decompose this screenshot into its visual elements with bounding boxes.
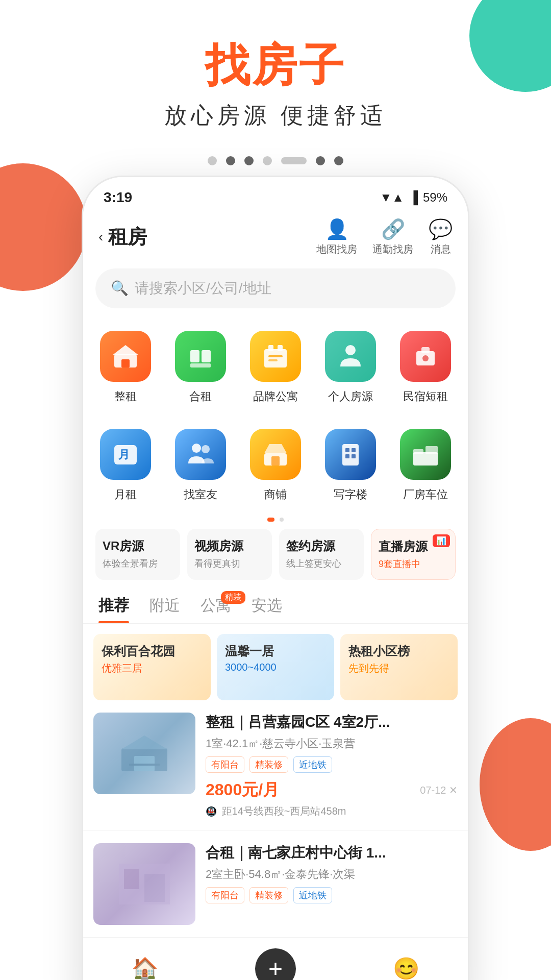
tab-recommend-label: 推荐: [98, 597, 129, 614]
svg-rect-2: [121, 359, 130, 368]
category-icon-shangpu: [250, 429, 301, 480]
svg-rect-6: [264, 349, 287, 368]
category-label-xiezi: 写字楼: [334, 487, 367, 502]
category-geren[interactable]: 个人房源: [313, 324, 388, 411]
bottom-tab-rent[interactable]: 🏠 租房: [132, 956, 158, 980]
dot-3[interactable]: [244, 156, 254, 165]
svg-marker-1: [112, 345, 139, 355]
svg-rect-25: [352, 454, 356, 458]
message-button[interactable]: 💬 消息: [429, 218, 453, 256]
add-button[interactable]: +: [255, 948, 296, 980]
listing-distance-1: 🚇 距14号线西段~西局站458m: [206, 804, 458, 818]
listing-title-2: 合租｜南七家庄村中心街 1...: [206, 843, 458, 863]
svg-rect-22: [345, 448, 349, 452]
listing-title-1: 整租｜吕营嘉园C区 4室2厅...: [206, 713, 458, 732]
promo-sub-2: 3000~4000: [217, 662, 334, 673]
tag-jingzhuang-1: 精装修: [249, 756, 288, 773]
promo-card-2[interactable]: 温馨一居 3000~4000: [217, 634, 334, 700]
promo-card-1[interactable]: 保利百合花园 优雅三居: [93, 634, 211, 700]
category-pinpai[interactable]: 品牌公寓: [238, 324, 313, 411]
listing-tags-1: 有阳台 精装修 近地铁: [206, 756, 458, 773]
page-subtitle: 放心房源 便捷舒适: [0, 101, 551, 131]
map-search-button[interactable]: 👤 地图找房: [316, 218, 357, 256]
dot-1[interactable]: [208, 156, 217, 165]
feature-card-vr[interactable]: VR房源 体验全景看房: [95, 529, 180, 580]
svg-rect-28: [425, 446, 438, 454]
category-zhengzu[interactable]: 整租: [88, 324, 163, 411]
tab-selected-label: 安选: [252, 597, 282, 614]
commute-label: 通勤找房: [372, 242, 413, 256]
subway-icon-1: 🚇: [206, 806, 217, 817]
category-label-pinpai: 品牌公寓: [253, 389, 298, 404]
message-icon: 💬: [429, 218, 453, 240]
dot-5[interactable]: [316, 156, 325, 165]
promo-card-3[interactable]: 热租小区榜 先到先得: [340, 634, 458, 700]
category-yuzu[interactable]: 月 月租: [88, 422, 163, 509]
category-xiezi[interactable]: 写字楼: [313, 422, 388, 509]
svg-rect-35: [144, 874, 165, 902]
svg-text:月: 月: [118, 448, 130, 461]
svg-rect-10: [268, 359, 278, 361]
bg-decoration-orange-left: [0, 163, 87, 291]
category-shiyou[interactable]: 找室友: [163, 422, 238, 509]
feature-card-signed[interactable]: 签约房源 线上签更安心: [279, 529, 364, 580]
nav-actions: 👤 地图找房 🔗 通勤找房 💬 消息: [316, 218, 453, 256]
status-icons: ▼▲ ▐ 59%: [380, 190, 447, 205]
category-label-minsu: 民宿短租: [403, 389, 448, 404]
listing-img-1: [93, 713, 195, 794]
bottom-tab-mine[interactable]: 😊 我的: [393, 956, 419, 980]
svg-rect-5: [190, 363, 211, 368]
category-shangpu[interactable]: 商铺: [238, 422, 313, 509]
svg-rect-7: [268, 345, 273, 351]
category-hezu[interactable]: 合租: [163, 324, 238, 411]
wifi-icon: ▼▲: [380, 190, 404, 205]
dot-4[interactable]: [263, 156, 272, 165]
category-changfang[interactable]: 厂房车位: [388, 422, 463, 509]
feature-cards: VR房源 体验全景看房 视频房源 看得更真切 签约房源 线上签更安心 📊 直播房…: [83, 529, 468, 590]
promo-sub-1: 优雅三居: [93, 662, 211, 675]
svg-rect-9: [268, 355, 283, 357]
dot-6[interactable]: [334, 156, 343, 165]
tab-apartment[interactable]: 公寓 精装: [201, 595, 231, 623]
tab-selected[interactable]: 安选: [252, 595, 282, 623]
tabs-row: 推荐 附近 公寓 精装 安选: [83, 590, 468, 624]
category-grid-row2: 月 月租 找室友 商铺 写字楼 厂房车位: [83, 416, 468, 514]
dot-pill[interactable]: [281, 157, 307, 164]
listing-price-1: 2800元/月: [206, 779, 279, 801]
commute-search-button[interactable]: 🔗 通勤找房: [372, 218, 413, 256]
listing-item-1[interactable]: 整租｜吕营嘉园C区 4室2厅... 1室·42.1㎡·慈云寺小区·玉泉营 有阳台…: [83, 700, 468, 831]
back-button[interactable]: ‹: [98, 229, 103, 245]
bottom-tab-publish[interactable]: + 发布: [255, 948, 296, 980]
nav-bar: ‹ 租房 👤 地图找房 🔗 通勤找房 💬 消息: [83, 211, 468, 263]
nav-title: 租房: [108, 224, 316, 250]
svg-rect-23: [352, 448, 356, 452]
category-label-yuzu: 月租: [114, 487, 137, 502]
phone-mockup: 3:19 ▼▲ ▐ 59% ‹ 租房 👤 地图找房 🔗 通勤找房 💬 消息: [82, 176, 469, 980]
search-bar[interactable]: 🔍 请搜索小区/公司/地址: [95, 268, 456, 308]
category-icon-changfang: [400, 429, 451, 480]
tab-nearby[interactable]: 附近: [149, 595, 180, 623]
category-icon-zhengzu: [100, 331, 151, 382]
listing-item-2[interactable]: 合租｜南七家庄村中心街 1... 2室主卧·54.8㎡·金泰先锋·次渠 有阳台 …: [83, 831, 468, 938]
category-grid-row1: 整租 合租 品牌公寓 个人房源 民宿短租: [83, 318, 468, 416]
category-minsu[interactable]: 民宿短租: [388, 324, 463, 411]
dot-2[interactable]: [226, 156, 235, 165]
tab-recommend[interactable]: 推荐: [98, 595, 129, 623]
page-header: 找房子 放心房源 便捷舒适: [0, 0, 551, 146]
svg-rect-24: [345, 454, 349, 458]
svg-rect-4: [202, 350, 211, 362]
mine-icon: 😊: [393, 956, 419, 980]
map-label: 地图找房: [316, 242, 357, 256]
feature-card-live[interactable]: 📊 直播房源 9套直播中: [371, 529, 456, 580]
tag-yangtat-1: 有阳台: [206, 756, 244, 773]
category-icon-shiyou: [175, 429, 226, 480]
category-icon-hezu: [175, 331, 226, 382]
category-icon-geren: [325, 331, 376, 382]
promo-sub-3: 先到先得: [340, 662, 458, 675]
category-label-changfang: 厂房车位: [403, 487, 448, 502]
feature-card-video[interactable]: 视频房源 看得更真切: [187, 529, 272, 580]
listing-content-1: 整租｜吕营嘉园C区 4室2厅... 1室·42.1㎡·慈云寺小区·玉泉营 有阳台…: [206, 713, 458, 818]
tag-metro-2: 近地铁: [293, 887, 332, 903]
category-label-shiyou: 找室友: [184, 487, 217, 502]
bg-decoration-orange-right: [480, 718, 551, 851]
